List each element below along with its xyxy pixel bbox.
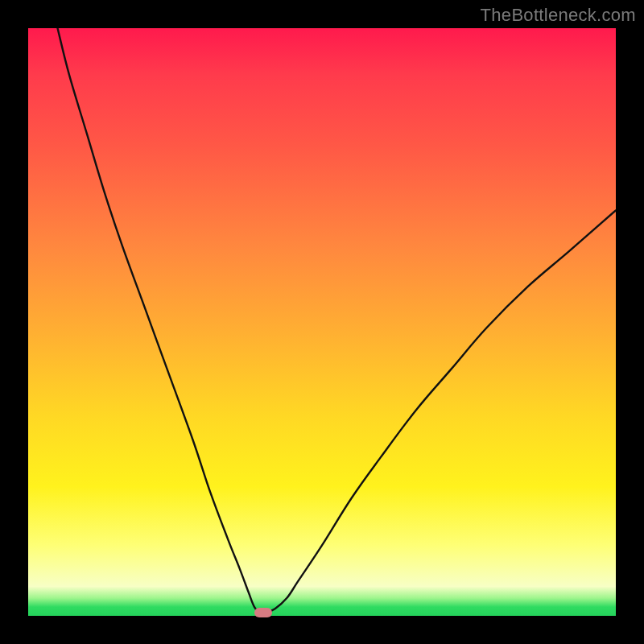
bottleneck-curve — [58, 28, 617, 613]
watermark-text: TheBottleneck.com — [481, 5, 636, 26]
bottleneck-curve-svg — [28, 28, 616, 616]
plot-area — [28, 28, 616, 616]
chart-frame: TheBottleneck.com — [0, 0, 644, 644]
optimal-point-marker — [254, 608, 272, 617]
